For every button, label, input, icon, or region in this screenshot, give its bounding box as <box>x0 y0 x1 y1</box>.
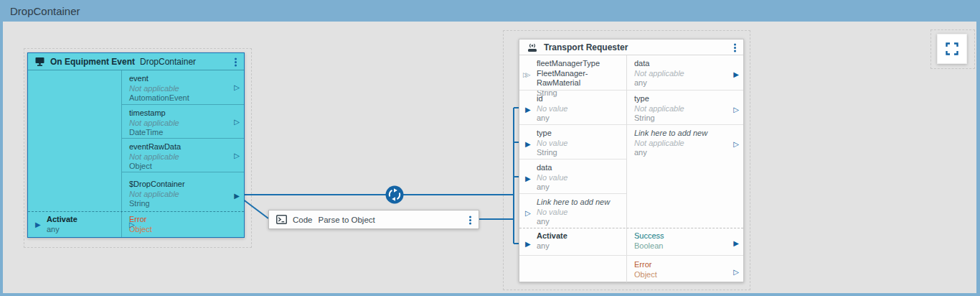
node-transport-requester[interactable]: Transport Requester fleetManagerType Fle… <box>519 39 744 282</box>
connector-filled-icon[interactable] <box>35 221 41 228</box>
port-row-activate[interactable]: Activate any <box>28 212 121 237</box>
flow-title: DropContainer <box>10 5 80 17</box>
connector-outline-icon[interactable] <box>234 119 240 126</box>
node-menu-icon[interactable] <box>469 219 471 221</box>
connector-outline-icon[interactable] <box>733 141 739 148</box>
fullscreen-icon <box>946 42 958 55</box>
port-row-activate[interactable]: Activate any <box>519 228 626 255</box>
connector-filled-icon[interactable] <box>733 240 739 247</box>
port-row-error[interactable]: Error Object <box>626 256 743 282</box>
node-menu-icon[interactable] <box>734 47 736 49</box>
port-row-add-new-output[interactable]: Link here to add new Not applicable any <box>627 124 743 159</box>
node-menu-icon[interactable] <box>235 61 237 63</box>
node-title: Code <box>293 216 313 224</box>
node-footer: Activate any Success Boolean Error Objec… <box>519 228 743 282</box>
connector-outline-icon[interactable] <box>733 106 739 114</box>
node-subtitle: DropContainer <box>140 57 196 67</box>
fullscreen-button[interactable] <box>937 34 967 64</box>
transmitter-icon <box>526 42 539 52</box>
port-row-type[interactable]: type No value String <box>519 124 626 159</box>
node-header[interactable]: Transport Requester <box>519 40 743 55</box>
output-column: data Not applicable any type Not applica… <box>626 55 743 229</box>
port-row-fleetmanagertype[interactable]: fleetManagerType FleetManager-RawMateria… <box>519 55 626 90</box>
equipment-monitor-icon <box>34 57 45 67</box>
node-code-parse-to-object[interactable]: Code Parse to Object <box>268 210 479 229</box>
port-row-error[interactable]: Error Object <box>121 212 244 237</box>
title-bar: DropContainer <box>0 0 980 22</box>
connector-filled-icon[interactable] <box>525 241 531 248</box>
terminal-icon <box>276 215 287 224</box>
node-subtitle: Parse to Object <box>319 216 375 224</box>
footer-empty-cell <box>519 256 626 282</box>
connector-outline-icon[interactable] <box>129 221 135 228</box>
port-row-id[interactable]: id No value any <box>519 90 626 124</box>
flow-editor-window: DropContainer <box>0 0 980 296</box>
node-footer: Activate any Error Object <box>28 211 244 237</box>
port-row-data[interactable]: data No value any <box>519 159 626 193</box>
connector-filled-icon[interactable] <box>525 141 531 148</box>
port-row-event[interactable]: event Not applicable AutomationEvent <box>122 70 244 104</box>
connector-outline-icon[interactable] <box>525 210 531 217</box>
node-title: Transport Requester <box>544 42 628 52</box>
connector-double-outline-icon[interactable] <box>523 71 528 78</box>
node-title: On Equipment Event <box>50 57 135 67</box>
connector-filled-icon[interactable] <box>733 71 739 78</box>
connector-outline-icon[interactable] <box>234 152 240 159</box>
port-row-dropcontainer[interactable]: $DropContainer Not applicable String <box>122 172 244 213</box>
input-column: fleetManagerType FleetManager-RawMateria… <box>519 55 626 229</box>
connector-outline-icon[interactable] <box>733 269 739 276</box>
port-row-add-new-input[interactable]: Link here to add new No value any <box>519 193 626 229</box>
connector-filled-icon[interactable] <box>525 175 531 182</box>
port-row-success[interactable]: Success Boolean <box>626 228 743 255</box>
port-row-timestamp[interactable]: timestamp Not applicable DateTime <box>122 104 244 138</box>
port-row-eventrawdata[interactable]: eventRawData Not applicable Object <box>122 138 244 172</box>
connector-outline-icon[interactable] <box>234 84 240 91</box>
connector-filled-icon[interactable] <box>234 193 240 200</box>
connector-filled-icon[interactable] <box>525 106 531 114</box>
node-header[interactable]: On Equipment Event DropContainer <box>28 53 244 70</box>
node-on-equipment-event[interactable]: On Equipment Event DropContainer event N… <box>27 52 245 238</box>
port-row-type-out[interactable]: type Not applicable String <box>627 90 743 124</box>
port-row-data-out[interactable]: data Not applicable any <box>627 55 743 90</box>
